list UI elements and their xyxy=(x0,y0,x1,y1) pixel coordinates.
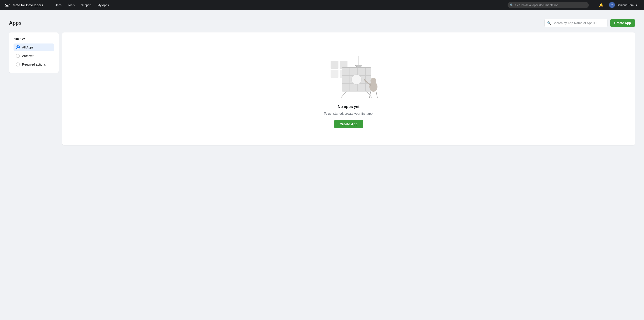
radio-required-actions xyxy=(16,62,20,66)
empty-state-subtitle: To get started, create your first app. xyxy=(324,112,374,115)
page-title: Apps xyxy=(9,20,22,26)
nav-support[interactable]: Support xyxy=(78,2,94,8)
notifications-button[interactable]: 🔔 xyxy=(598,1,604,8)
empty-state: No apps yet To get started, create your … xyxy=(315,49,382,128)
brand-logo[interactable]: Meta for Developers xyxy=(4,3,43,7)
nav-my-apps[interactable]: My Apps xyxy=(95,2,112,8)
filter-archived-label: Archived xyxy=(22,54,34,58)
main-content: Apps 🔍 Create App Filter by All Apps Arc… xyxy=(0,10,644,154)
page-header-right: 🔍 Create App xyxy=(544,19,635,27)
nav-docs[interactable]: Docs xyxy=(52,2,64,8)
filter-archived[interactable]: Archived xyxy=(14,52,54,60)
content-area: Filter by All Apps Archived Required act… xyxy=(9,32,635,145)
app-search-input[interactable] xyxy=(544,19,608,27)
navbar-search-container: 🔍 xyxy=(508,2,589,8)
radio-archived xyxy=(16,54,20,58)
page-header: Apps 🔍 Create App xyxy=(9,19,635,27)
filter-title: Filter by xyxy=(14,37,54,40)
filter-all-apps-label: All Apps xyxy=(22,45,34,49)
empty-state-title: No apps yet xyxy=(338,105,360,109)
svg-line-12 xyxy=(341,91,346,98)
navbar-right: 🔔 f Benians Tom ▼ xyxy=(598,1,640,9)
navbar-search-input[interactable] xyxy=(508,2,589,8)
apps-area: No apps yet To get started, create your … xyxy=(62,32,635,145)
app-search-container: 🔍 xyxy=(544,19,608,27)
svg-rect-0 xyxy=(330,61,338,69)
user-name: Benians Tom xyxy=(617,3,634,7)
empty-illustration xyxy=(315,49,382,99)
meta-logo-icon xyxy=(4,3,11,7)
filter-panel: Filter by All Apps Archived Required act… xyxy=(9,32,59,73)
brand-label: Meta for Developers xyxy=(13,3,43,7)
filter-all-apps[interactable]: All Apps xyxy=(14,43,54,51)
filter-required-actions[interactable]: Required actions xyxy=(14,61,54,68)
create-app-button[interactable]: Create App xyxy=(610,19,635,27)
nav-tools[interactable]: Tools xyxy=(65,2,77,8)
svg-point-11 xyxy=(352,75,362,84)
svg-point-16 xyxy=(370,78,376,84)
user-menu[interactable]: f Benians Tom ▼ xyxy=(607,1,640,9)
avatar: f xyxy=(609,2,615,8)
svg-line-18 xyxy=(376,92,378,98)
main-nav: Docs Tools Support My Apps xyxy=(52,2,112,8)
filter-options: All Apps Archived Required actions xyxy=(14,43,54,68)
chevron-down-icon: ▼ xyxy=(636,4,638,6)
svg-rect-2 xyxy=(330,70,338,78)
create-app-center-button[interactable]: Create App xyxy=(334,120,363,128)
navbar: Meta for Developers Docs Tools Support M… xyxy=(0,0,644,10)
filter-required-actions-label: Required actions xyxy=(22,63,46,66)
radio-all-apps xyxy=(16,45,20,49)
